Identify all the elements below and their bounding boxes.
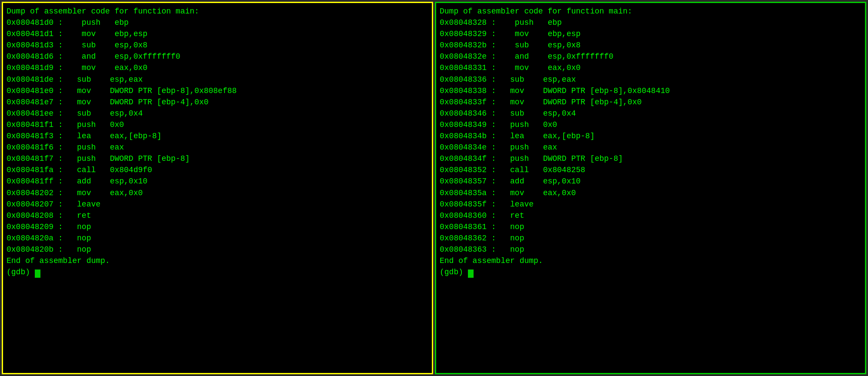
terminals-container: Dump of assembler code for function main… <box>0 0 868 376</box>
terminal-left-content: Dump of assembler code for function main… <box>7 6 428 278</box>
terminal-right-content: Dump of assembler code for function main… <box>440 6 861 278</box>
terminal-left[interactable]: Dump of assembler code for function main… <box>2 2 433 374</box>
cursor <box>35 270 40 278</box>
cursor <box>468 270 474 278</box>
terminal-right[interactable]: Dump of assembler code for function main… <box>435 2 866 374</box>
